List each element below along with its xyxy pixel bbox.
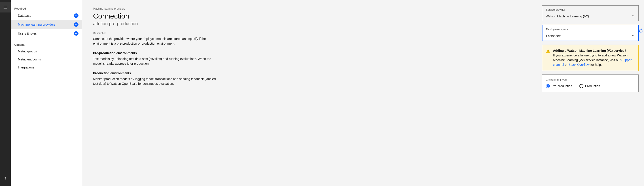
pre-production-heading: Pre-production environments bbox=[93, 51, 526, 55]
right-panel: Service provider Watson Machine Learning… bbox=[537, 0, 644, 186]
page-subtitle: attrition pre-production bbox=[93, 21, 526, 26]
sidebar-item-integrations[interactable]: Integrations bbox=[11, 63, 82, 71]
pre-production-text: Test models by uploading test data sets … bbox=[93, 57, 218, 66]
breadcrumb: Machine learning providers bbox=[93, 7, 526, 10]
ml-providers-check-icon bbox=[74, 22, 78, 27]
pre-production-radio-outer bbox=[546, 84, 550, 88]
warning-body-text: If you experience a failure trying to ad… bbox=[553, 54, 628, 62]
service-provider-label: Service provider bbox=[542, 5, 638, 12]
sidebar-item-integrations-label: Integrations bbox=[18, 66, 34, 69]
service-provider-box: Service provider Watson Machine Learning… bbox=[542, 5, 639, 21]
service-provider-value: Watson Machine Learning (V2) bbox=[546, 14, 589, 18]
service-provider-chevron-icon bbox=[631, 14, 635, 18]
service-provider-select[interactable]: Watson Machine Learning (V2) bbox=[542, 12, 638, 21]
pre-production-radio-label: Pre-production bbox=[552, 84, 572, 88]
deployment-space-chevron-icon bbox=[631, 34, 634, 38]
production-radio-label: Production bbox=[585, 84, 600, 88]
deployment-space-value: Factsheets bbox=[546, 34, 561, 38]
environment-radio-group: Pre-production Production bbox=[546, 84, 635, 88]
sidebar-item-metric-groups[interactable]: Metric groups bbox=[11, 47, 82, 55]
environment-type-box: Environment type Pre-production Producti… bbox=[542, 75, 639, 92]
users-roles-check-icon bbox=[74, 31, 78, 36]
main-content: Machine learning providers Connection at… bbox=[82, 0, 537, 186]
sidebar-item-metric-endpoints-label: Metric endpoints bbox=[18, 58, 41, 61]
pre-production-radio[interactable]: Pre-production bbox=[546, 84, 572, 88]
description-label: Description bbox=[93, 32, 526, 35]
environment-type-label: Environment type bbox=[546, 78, 635, 81]
description-text: Connect to the provider where your deplo… bbox=[93, 37, 223, 46]
stack-overflow-link[interactable]: Stack Overflow bbox=[568, 63, 590, 67]
pre-production-radio-inner bbox=[547, 85, 549, 87]
optional-section-label: Optional bbox=[11, 41, 82, 47]
icon-bar: ? bbox=[0, 0, 11, 186]
svg-rect-2 bbox=[4, 8, 7, 8]
warning-end: for help. bbox=[590, 63, 602, 67]
sidebar-item-metric-groups-label: Metric groups bbox=[18, 50, 37, 53]
warning-banner: ! Adding a Watson Machine Learning (V2) … bbox=[542, 45, 639, 71]
required-section-label: Required bbox=[11, 5, 82, 11]
production-heading: Production environments bbox=[93, 71, 526, 75]
svg-rect-0 bbox=[4, 6, 7, 6]
sidebar-item-database[interactable]: Database bbox=[11, 11, 82, 20]
database-check-icon bbox=[74, 13, 78, 18]
refresh-icon[interactable] bbox=[637, 27, 644, 35]
warning-text: Adding a Watson Machine Learning (V2) se… bbox=[553, 48, 635, 67]
help-icon[interactable]: ? bbox=[0, 174, 11, 184]
production-radio[interactable]: Production bbox=[580, 84, 600, 88]
menu-icon-top[interactable] bbox=[0, 2, 11, 12]
deployment-space-label: Deployment space bbox=[542, 25, 638, 32]
svg-text:!: ! bbox=[548, 50, 548, 53]
warning-title: Adding a Watson Machine Learning (V2) se… bbox=[553, 49, 626, 52]
sidebar-item-ml-providers-label: Machine learning providers bbox=[18, 23, 56, 26]
warning-icon: ! bbox=[546, 49, 550, 67]
sidebar: Required Database Machine learning provi… bbox=[11, 0, 82, 186]
warning-or: or bbox=[564, 63, 568, 67]
sidebar-item-ml-providers[interactable]: Machine learning providers bbox=[11, 20, 82, 29]
production-text: Monitor production models by logging mod… bbox=[93, 77, 218, 86]
page-title: Connection bbox=[93, 12, 526, 20]
sidebar-item-users-roles[interactable]: Users & roles bbox=[11, 29, 82, 38]
production-radio-outer bbox=[580, 84, 584, 88]
sidebar-item-database-label: Database bbox=[18, 14, 31, 17]
deployment-space-box: Deployment space Factsheets bbox=[542, 25, 639, 41]
deployment-space-select[interactable]: Factsheets bbox=[542, 32, 638, 41]
svg-rect-1 bbox=[4, 7, 7, 7]
sidebar-item-users-roles-label: Users & roles bbox=[18, 32, 37, 35]
sidebar-item-metric-endpoints[interactable]: Metric endpoints bbox=[11, 55, 82, 63]
